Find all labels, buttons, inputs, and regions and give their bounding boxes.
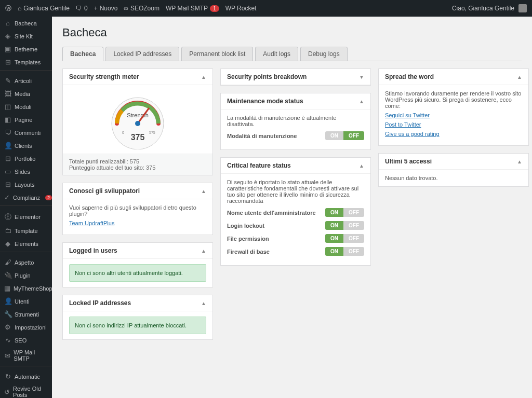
sidebar-item-elementor[interactable]: ⒺElementor [0, 210, 52, 224]
strength-total: Totale punti realizzabili: 575 [69, 158, 206, 164]
sidebar-item-label: MyThemeShop [14, 285, 52, 292]
wp-logo[interactable]: ⓦ [5, 4, 11, 13]
toggle-icon[interactable]: ▲ [201, 74, 206, 80]
sidebar-item-label: Template [15, 228, 38, 234]
spread-title: Spread the word [385, 73, 434, 80]
sidebar-item-utenti[interactable]: 👤Utenti [0, 295, 52, 308]
sidebar-item-articoli[interactable]: ✎Articoli [0, 74, 52, 87]
sidebar-item-mythemeshop[interactable]: ▦MyThemeShop [0, 282, 52, 295]
team-link[interactable]: Team UpdraftPlus [69, 220, 206, 226]
toggle-icon[interactable]: ▲ [201, 188, 206, 194]
menu-icon: ⊟ [4, 181, 11, 188]
menu-icon: ▭ [4, 168, 11, 175]
menu-icon: ◈ [4, 32, 11, 40]
sidebar-item-aspetto[interactable]: 🖌Aspetto [0, 256, 52, 269]
tab-audit-logs[interactable]: Audit logs [255, 47, 298, 61]
main-content: Bacheca BachecaLocked IP addressesPerman… [52, 17, 532, 345]
sidebar-item-clients[interactable]: 👤Clients [0, 139, 52, 152]
menu-icon: ◆ [4, 240, 11, 248]
sidebar-item-template[interactable]: 🗀Template [0, 224, 52, 237]
spread-link[interactable]: Give us a good rating [385, 131, 522, 137]
avatar[interactable] [518, 4, 527, 12]
sidebar-item-templates[interactable]: ⊞Templates [0, 56, 52, 68]
access-title: Ultimi 5 accessi [385, 158, 432, 165]
security-strength-panel: Security strength meter ▲ Strength 0 575 [62, 68, 213, 175]
sidebar-item-label: Portfolio [15, 156, 35, 162]
toggle-icon[interactable]: ▲ [359, 163, 364, 169]
feature-toggle[interactable]: ONOFF [325, 234, 364, 243]
tab-locked-ip-addresses[interactable]: Locked IP addresses [105, 47, 179, 61]
sidebar-item-slides[interactable]: ▭Slides [0, 165, 52, 178]
sidebar-item-layouts[interactable]: ⊟Layouts [0, 178, 52, 191]
maintenance-toggle[interactable]: ONOFF [325, 131, 364, 140]
toggle-icon[interactable]: ▲ [517, 74, 522, 80]
menu-icon: 🖾 [4, 90, 11, 98]
sidebar-item-label: Layouts [15, 182, 35, 188]
menu-icon: ⌂ [4, 19, 11, 27]
page-title: Bacheca [62, 26, 522, 39]
tab-debug-logs[interactable]: Debug logs [300, 47, 348, 61]
new-content-link[interactable]: + Nuovo [94, 5, 118, 12]
svg-text:375: 375 [131, 133, 145, 142]
sidebar-item-impostazioni[interactable]: ⚙Impostazioni [0, 321, 52, 334]
feature-name: Login lockout [227, 223, 264, 229]
sidebar-item-seo[interactable]: ∿SEO [0, 334, 52, 345]
logged-in-users-panel: Logged in users ▲ Non ci sono altri uten… [62, 242, 213, 287]
breakdown-panel: Security points breakdown ▼ [220, 68, 371, 86]
sidebar-item-label: Clients [15, 143, 32, 149]
seozoom-link[interactable]: ∞ SEOZoom [124, 5, 159, 12]
feature-name: Firewall di base [227, 249, 270, 255]
devs-question: Vuoi saperne di più sugli sviluppatori d… [69, 204, 206, 217]
sidebar-item-portfolio[interactable]: ⊡Portfolio [0, 152, 52, 165]
wp-mail-smtp-link[interactable]: WP Mail SMTP 1 [166, 5, 219, 12]
toggle-icon[interactable]: ▲ [359, 99, 364, 104]
sidebar-item-label: Moduli [15, 104, 31, 110]
toggle-icon[interactable]: ▲ [517, 159, 522, 164]
sidebar-item-strumenti[interactable]: 🔧Strumenti [0, 308, 52, 321]
spread-link[interactable]: Post to Twitter [385, 121, 522, 128]
wp-rocket-link[interactable]: WP Rocket [225, 5, 257, 12]
sidebar-item-label: Utenti [15, 298, 30, 305]
locked-msg: Non ci sono indirizzi IP attualmente blo… [69, 317, 206, 334]
sidebar-item-media[interactable]: 🖾Media [0, 87, 52, 100]
toggle-icon[interactable]: ▲ [201, 248, 206, 254]
tab-bacheca[interactable]: Bacheca [62, 47, 103, 61]
sidebar-item-label: Impostazioni [15, 324, 47, 331]
access-panel: Ultimi 5 accessi ▲ Nessun dato trovato. [378, 153, 529, 187]
sidebar-item-elements[interactable]: ◆Elements [0, 237, 52, 250]
sidebar-item-site-kit[interactable]: ◈Site Kit [0, 30, 52, 43]
spread-panel: Spread the word ▲ Stiamo lavorando duram… [378, 68, 529, 146]
sidebar-item-complianz[interactable]: ✓Complianz2 [0, 191, 52, 204]
menu-icon: ✎ [4, 77, 11, 85]
feature-name: File permission [227, 236, 269, 242]
sidebar-item-betheme[interactable]: ▣Betheme [0, 43, 52, 56]
site-name-link[interactable]: ⌂ Gianluca Gentile [18, 5, 70, 12]
feature-toggle[interactable]: ONOFF [325, 247, 364, 256]
sidebar-item-label: Media [15, 91, 30, 97]
sidebar-item-plugin[interactable]: 🔌Plugin [0, 269, 52, 282]
locked-title: Locked IP addresses [69, 299, 131, 307]
tab-permanent-block-list[interactable]: Permanent block list [181, 47, 253, 61]
toggle-icon[interactable]: ▼ [359, 74, 364, 80]
locked-ip-panel: Locked IP addresses ▲ Non ci sono indiri… [62, 295, 213, 340]
toggle-icon[interactable]: ▲ [201, 300, 206, 306]
menu-icon: ∿ [4, 336, 11, 344]
feature-toggle[interactable]: ONOFF [325, 221, 364, 230]
comments-link[interactable]: 🗨 0 [76, 5, 88, 12]
greeting-text[interactable]: Ciao, Gianluca Gentile [452, 5, 514, 12]
sidebar-item-label: Bacheca [15, 20, 37, 26]
sidebar-item-bacheca[interactable]: ⌂Bacheca [0, 17, 52, 30]
admin-sidebar: ⌂Bacheca◈Site Kit▣Betheme⊞Templates✎Arti… [0, 17, 52, 345]
sidebar-item-label: Complianz [13, 195, 40, 201]
menu-icon: 👤 [4, 297, 11, 305]
spread-link[interactable]: Seguici su Twitter [385, 112, 522, 118]
sidebar-item-pagine[interactable]: ◧Pagine [0, 113, 52, 126]
maintenance-panel: Maintenance mode status ▲ La modalità di… [220, 93, 371, 150]
menu-icon: ◧ [4, 116, 11, 123]
sidebar-item-moduli[interactable]: ◫Moduli [0, 100, 52, 113]
sidebar-item-commenti[interactable]: 🗨Commenti [0, 126, 52, 139]
feature-toggle[interactable]: ONOFF [325, 208, 364, 217]
sidebar-item-label: Elementor [15, 214, 41, 220]
tabs-nav: BachecaLocked IP addressesPermanent bloc… [62, 47, 522, 61]
maintenance-label: Modalità di manutenzione [227, 133, 297, 139]
